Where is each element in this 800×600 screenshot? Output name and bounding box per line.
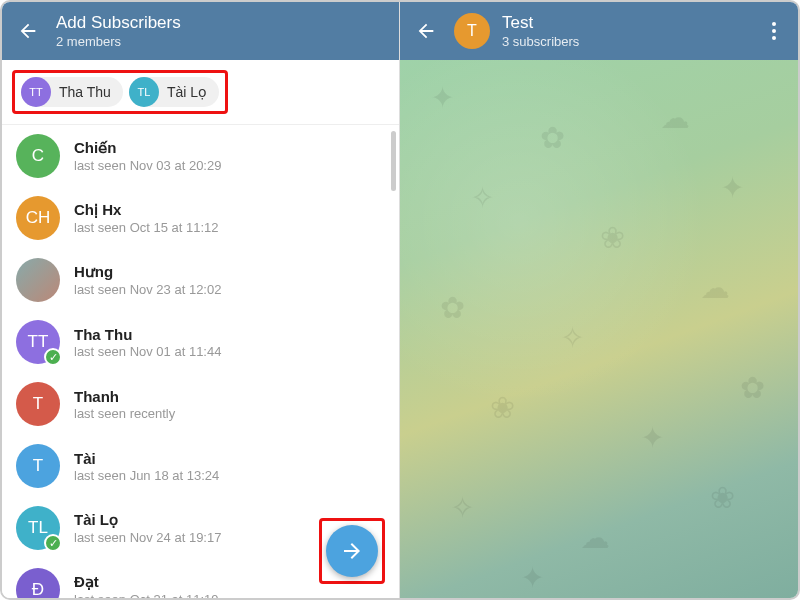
appbar-subtitle: 2 members: [56, 34, 181, 49]
contact-status: last seen Nov 01 at 11:44: [74, 344, 221, 359]
avatar: C: [16, 134, 60, 178]
contact-status: last seen Oct 15 at 11:12: [74, 220, 219, 235]
selected-chips-area: TT Tha Thu TL Tài Lọ: [2, 60, 399, 125]
appbar-left: Add Subscribers 2 members: [2, 2, 399, 60]
appbar-title: Add Subscribers: [56, 13, 181, 33]
contact-row[interactable]: TT ✓ Tha Thu last seen Nov 01 at 11:44: [2, 311, 399, 373]
chip-label: Tha Thu: [59, 84, 111, 100]
arrow-left-icon: [17, 20, 39, 42]
confirm-fab[interactable]: [326, 525, 378, 577]
avatar: TT ✓: [16, 320, 60, 364]
arrow-right-icon: [340, 539, 364, 563]
chat-background: ✦ ✿ ☁ ✧ ❀ ✦ ✿ ✧ ☁ ❀ ✦ ✿ ✧ ☁ ❀ ✦: [400, 60, 798, 598]
chip[interactable]: TL Tài Lọ: [129, 77, 219, 107]
chip-avatar: TL: [129, 77, 159, 107]
channel-panel: T Test 3 subscribers ✦ ✿ ☁ ✧ ❀ ✦ ✿ ✧ ☁ ❀…: [400, 2, 798, 598]
channel-subtitle: 3 subscribers: [502, 34, 579, 49]
dot-icon: [772, 29, 776, 33]
avatar: TL ✓: [16, 506, 60, 550]
contact-row[interactable]: Hưng last seen Nov 23 at 12:02: [2, 249, 399, 311]
check-icon: ✓: [44, 348, 62, 366]
channel-title: Test: [502, 13, 579, 33]
more-menu-button[interactable]: [762, 22, 786, 40]
arrow-left-icon: [415, 20, 437, 42]
contact-row[interactable]: T Tài last seen Jun 18 at 13:24: [2, 435, 399, 497]
chip-label: Tài Lọ: [167, 84, 207, 100]
back-button[interactable]: [14, 17, 42, 45]
contact-name: Chị Hx: [74, 201, 219, 219]
scrollbar[interactable]: [391, 131, 396, 191]
avatar: T: [16, 382, 60, 426]
avatar-photo: [16, 258, 60, 302]
contact-name: Tài: [74, 450, 219, 467]
contact-row[interactable]: T Thanh last seen recently: [2, 373, 399, 435]
contact-status: last seen Nov 23 at 12:02: [74, 282, 221, 297]
chip-avatar: TT: [21, 77, 51, 107]
contact-name: Chiến: [74, 139, 221, 157]
contact-name: Đạt: [74, 573, 219, 591]
add-subscribers-panel: Add Subscribers 2 members TT Tha Thu TL …: [2, 2, 400, 598]
contact-status: last seen Nov 24 at 19:17: [74, 530, 221, 545]
contact-status: last seen Jun 18 at 13:24: [74, 468, 219, 483]
contact-status: last seen Oct 31 at 11:19: [74, 592, 219, 598]
contact-row[interactable]: CH Chị Hx last seen Oct 15 at 11:12: [2, 187, 399, 249]
contact-name: Hưng: [74, 263, 221, 281]
contact-status: last seen recently: [74, 406, 175, 421]
contact-row[interactable]: C Chiến last seen Nov 03 at 20:29: [2, 125, 399, 187]
contact-status: last seen Nov 03 at 20:29: [74, 158, 221, 173]
back-button[interactable]: [412, 17, 440, 45]
contact-name: Tha Thu: [74, 326, 221, 343]
channel-avatar[interactable]: T: [454, 13, 490, 49]
selected-chips-highlight: TT Tha Thu TL Tài Lọ: [12, 70, 228, 114]
dot-icon: [772, 22, 776, 26]
avatar: CH: [16, 196, 60, 240]
avatar: T: [16, 444, 60, 488]
chip[interactable]: TT Tha Thu: [21, 77, 123, 107]
contact-name: Tài Lọ: [74, 511, 221, 529]
appbar-right: T Test 3 subscribers: [400, 2, 798, 60]
contact-name: Thanh: [74, 388, 175, 405]
fab-highlight: [319, 518, 385, 584]
dot-icon: [772, 36, 776, 40]
avatar: Đ: [16, 568, 60, 598]
check-icon: ✓: [44, 534, 62, 552]
